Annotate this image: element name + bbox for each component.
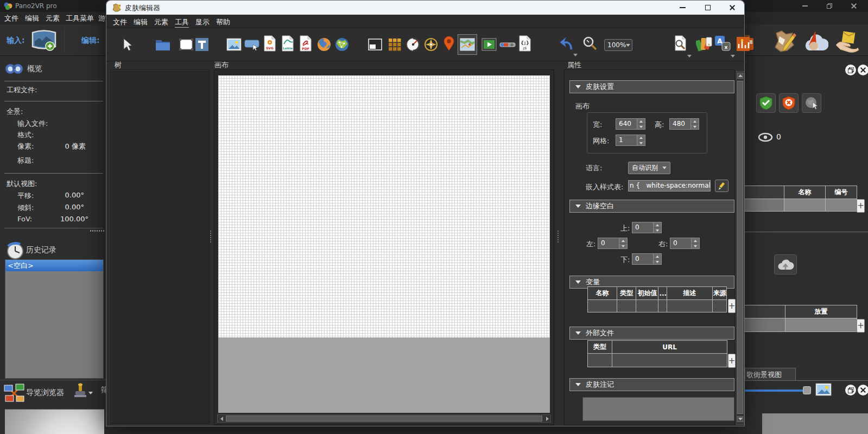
history-item-selected[interactable]: <空白> [5,260,103,271]
output-package-icon[interactable] [834,29,860,56]
main-close-button[interactable] [842,0,866,12]
grid-spinner[interactable]: 1 [616,135,645,146]
se-menu-view[interactable]: 显示 [195,17,210,27]
map-globe-icon[interactable] [316,36,332,53]
translate-dropdown-arrow[interactable] [731,55,735,58]
se-menu-tools[interactable]: 工具 [175,17,189,28]
gauge-element-icon[interactable] [405,36,421,53]
pin-element-icon[interactable] [441,35,457,52]
hscroll-thumb[interactable] [226,416,542,422]
se-menu-elements[interactable]: 元素 [154,17,168,27]
external-files-table[interactable]: 类型 URL [587,340,727,367]
margin-right-value[interactable]: 0 [670,238,692,249]
margin-top-value[interactable]: 0 [632,222,654,233]
hotspot-disable-button[interactable] [779,93,799,113]
zoom-tool-icon[interactable] [582,35,598,52]
tree-splitter-handle[interactable] [210,231,211,242]
tooltip-element-icon[interactable] [244,36,260,53]
hscroll-right-arrow[interactable] [544,416,550,422]
margin-top-spin-buttons[interactable] [654,222,662,233]
tree-panel[interactable] [111,69,210,424]
se-minimize-button[interactable] [670,1,695,15]
undo-button-icon[interactable] [559,35,575,52]
zoom-level-dropdown[interactable]: 100% [604,39,632,51]
tour-browser-thumbnail[interactable] [5,409,104,434]
window-element-icon[interactable] [367,36,383,53]
zoom-slider-track[interactable] [745,390,804,392]
patches-add-button[interactable]: + [857,199,865,213]
svg-file-icon[interactable]: SVG [262,35,278,52]
main-restore-button[interactable] [818,0,841,12]
panel-close-button[interactable] [858,65,868,75]
width-spin-buttons[interactable] [637,118,645,130]
panel2-close-button[interactable] [858,385,868,395]
components-icon[interactable] [735,35,751,52]
width-spinner[interactable]: 640 [616,118,645,130]
main-menu-edit[interactable]: 编辑 [25,12,39,25]
vscroll-thumb[interactable] [737,81,743,414]
tab-streetview[interactable]: 歌街景视图 [745,368,796,381]
margin-left-spin-buttons[interactable] [619,238,628,249]
canvas-outside-area[interactable] [218,337,550,413]
lottie-file-icon[interactable]: Lottie [280,35,296,52]
history-list[interactable]: <空白> [5,259,104,379]
translate-icon[interactable]: Ax [714,35,731,52]
rectangle-tool-icon[interactable] [178,36,194,53]
panel-resize-handle[interactable] [90,230,104,232]
margin-bottom-spin-buttons[interactable] [654,253,662,265]
select-tool-icon[interactable] [118,36,135,53]
se-menu-help[interactable]: 帮助 [216,17,230,27]
pdf-file-icon[interactable]: PDF [297,35,314,52]
hotspot-enable-button[interactable] [756,93,776,113]
network-map-icon[interactable] [334,36,350,53]
vscroll-up-arrow[interactable] [737,73,743,79]
height-value[interactable]: 480 [669,118,691,130]
section-skin-settings[interactable]: 皮肤设置 [569,80,734,93]
skin-notes-textarea[interactable] [582,397,734,421]
table-element-icon[interactable] [387,36,403,53]
text-tool-icon[interactable] [194,36,210,53]
css-edit-button[interactable] [715,180,728,192]
margin-right-spinner[interactable]: 0 [670,238,700,249]
placement-add-button[interactable]: + [857,319,865,333]
margin-left-spinner[interactable]: 0 [598,238,628,249]
main-minimize-button[interactable] [793,0,817,12]
panel-float-button[interactable] [845,65,856,75]
main-menu-elements[interactable]: 元素 [46,12,60,25]
grid-spin-buttons[interactable] [637,135,645,146]
js-file-icon[interactable]: {;}JS [517,35,533,52]
timeline-element-icon[interactable] [499,36,516,53]
skin-editor-icon[interactable] [771,29,797,56]
language-dropdown[interactable]: 自动识别 [628,162,670,174]
margin-left-value[interactable]: 0 [598,238,619,249]
add-panorama-icon[interactable] [30,28,58,54]
props-vscrollbar[interactable] [736,71,744,425]
zoom-slider-handle[interactable] [803,386,811,394]
skin-canvas[interactable] [218,75,550,337]
panel2-float-button[interactable] [845,385,856,395]
image-element-icon[interactable] [226,36,242,53]
se-titlebar[interactable] [106,1,744,15]
se-menu-edit[interactable]: 编辑 [134,17,148,27]
se-menu-file[interactable]: 文件 [113,17,127,27]
video-element-icon[interactable] [481,36,497,53]
height-spinner[interactable]: 480 [669,118,699,130]
css-field[interactable]: n { white-space:normal } [628,180,711,192]
stamp-tool-icon[interactable] [74,382,87,403]
height-spin-buttons[interactable] [691,118,699,130]
vscroll-down-arrow[interactable] [737,416,743,422]
table-row[interactable] [588,300,727,312]
stamp-dropdown-arrow[interactable] [88,392,93,394]
props-splitter-handle[interactable] [557,231,559,242]
compass-element-icon[interactable] [423,36,439,53]
table-row[interactable] [588,354,727,367]
section-external-files[interactable]: 外部文件 [569,327,734,340]
width-value[interactable]: 640 [616,118,637,130]
se-close-button[interactable] [720,1,744,15]
swatchbook-icon[interactable] [696,35,712,52]
preview-dropdown-arrow[interactable] [687,55,692,58]
se-maximize-button[interactable] [695,1,720,15]
external-files-add-button[interactable]: + [728,354,736,368]
cloud-upload-button[interactable] [774,254,797,275]
undo-dropdown-arrow[interactable] [573,54,578,56]
